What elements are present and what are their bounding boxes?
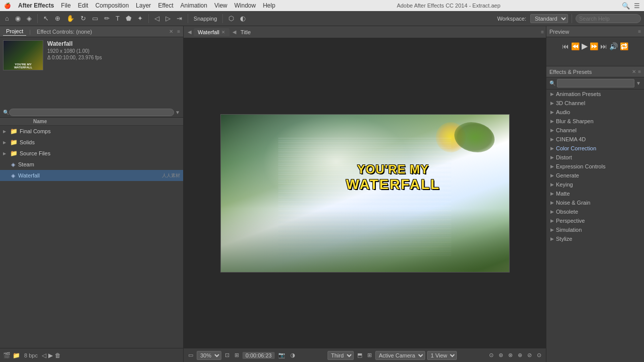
comp-tab-close[interactable]: ✕ (221, 30, 225, 35)
toolbar-arrow-left[interactable]: ◁ (152, 14, 162, 23)
effects-category-blur-sharpen[interactable]: ▶ Blur & Sharpen (546, 117, 644, 126)
viewer-misc1[interactable]: ⊙ (488, 351, 495, 359)
stereo-btn[interactable]: ⬒ (356, 351, 364, 359)
list-item[interactable]: ▶ ◈ Steam (0, 159, 183, 170)
effects-category-expression-controls[interactable]: ▶ Expression Controls (546, 162, 644, 171)
effects-category-animation-presets[interactable]: ▶ Animation Presets (546, 89, 644, 99)
effects-category-matte[interactable]: ▶ Matte (546, 189, 644, 198)
time-display[interactable]: 0:00:06:23 (243, 352, 275, 359)
toolbar-puppet[interactable]: ✦ (135, 14, 145, 23)
new-comp-btn[interactable]: 🎬 (3, 352, 11, 359)
workspace-select[interactable]: Standard (530, 14, 568, 23)
comp-title-tab[interactable]: Title (240, 29, 251, 35)
prev-last-btn[interactable]: ⏭ (600, 42, 607, 50)
effect-controls-tab[interactable]: Effect Controls: (none) (34, 28, 95, 36)
effects-category-generate[interactable]: ▶ Generate (546, 171, 644, 180)
toolbar-arrow-right[interactable]: ▷ (164, 14, 173, 23)
effects-category-stylize[interactable]: ▶ Stylize (546, 234, 644, 243)
effects-category-cinema4d[interactable]: ▶ CINEMA 4D (546, 135, 644, 144)
list-item[interactable]: ▶ 📁 Final Comps (0, 126, 183, 137)
prev-first-btn[interactable]: ⏮ (562, 42, 569, 50)
fit-btn[interactable]: ⊡ (223, 351, 231, 359)
prev-next-btn[interactable]: ⏩ (590, 42, 598, 50)
effects-category-3d-channel[interactable]: ▶ 3D Channel (546, 99, 644, 108)
prev-prev-btn[interactable]: ⏪ (571, 42, 580, 50)
preview-panel-menu[interactable]: ≡ (638, 29, 641, 34)
toolbar-hand[interactable]: ✋ (64, 14, 76, 23)
interpret-btn[interactable]: ◁ (42, 352, 46, 359)
effects-category-color-correction[interactable]: ▶ Color Correction (546, 144, 644, 153)
toolbar-rect[interactable]: ▭ (90, 14, 100, 23)
menu-help[interactable]: Help (263, 2, 275, 9)
viewer-misc3[interactable]: ⊗ (507, 351, 514, 359)
apple-menu[interactable]: 🍎 (4, 3, 11, 9)
help-search-input[interactable] (576, 14, 641, 23)
camera-select[interactable]: Third (328, 351, 354, 360)
comp-nav-arrow[interactable]: ◀ (232, 29, 236, 35)
menu-animation[interactable]: Animation (181, 2, 207, 9)
toolbar-zoom[interactable]: ⊕ (53, 14, 62, 23)
prev-audio-btn[interactable]: 🔊 (609, 42, 618, 50)
menu-file[interactable]: File (61, 2, 70, 9)
toolbar-misc2[interactable]: ◐ (238, 14, 248, 23)
list-item[interactable]: ▶ ◈ Waterfall 人人素材 (0, 170, 183, 181)
toolbar-move[interactable]: ⇥ (175, 14, 184, 23)
project-panel-close[interactable]: ✕ (169, 29, 173, 34)
toolbar-save[interactable]: ◈ (25, 14, 34, 23)
active-camera-select[interactable]: Active Camera (375, 351, 425, 360)
list-item[interactable]: ▶ 📁 Solids (0, 137, 183, 148)
comp-tab-left[interactable]: ◀ (188, 29, 192, 35)
effects-category-obsolete[interactable]: ▶ Obsolete (546, 207, 644, 216)
prev-loop-btn[interactable]: 🔁 (620, 42, 628, 50)
toolbar-brush[interactable]: ⬟ (124, 14, 133, 23)
viewer-misc4[interactable]: ⊕ (516, 351, 524, 359)
effects-category-audio[interactable]: ▶ Audio (546, 108, 644, 117)
forward-btn[interactable]: ▶ (48, 352, 53, 359)
menu-edit[interactable]: Edit (78, 2, 89, 9)
search-dropdown-icon[interactable]: ▼ (175, 110, 180, 115)
region-btn[interactable]: ▭ (187, 351, 195, 359)
effects-panel-menu[interactable]: ≡ (638, 69, 641, 74)
effects-search-input[interactable] (557, 79, 634, 87)
toolbar-pen[interactable]: ✏ (102, 14, 112, 23)
prev-play-btn[interactable]: ▶ (582, 41, 588, 51)
delete-btn[interactable]: 🗑 (55, 352, 61, 359)
effects-category-keying[interactable]: ▶ Keying (546, 180, 644, 189)
effects-search-dropdown[interactable]: ▼ (636, 80, 641, 86)
comp-tab-waterfall[interactable]: Waterfall ✕ (194, 28, 229, 36)
effects-category-noise-grain[interactable]: ▶ Noise & Grain (546, 198, 644, 207)
toolbar-text[interactable]: T (114, 14, 122, 23)
comp-name[interactable]: Waterfall (47, 40, 102, 47)
effects-category-simulation[interactable]: ▶ Simulation (546, 225, 644, 234)
viewer-misc5[interactable]: ⊘ (526, 351, 533, 359)
viewer-misc6[interactable]: ⊙ (535, 351, 543, 359)
toolbar-home[interactable]: ⌂ (3, 14, 11, 23)
toolbar-misc1[interactable]: ⬡ (226, 14, 236, 23)
menu-layer[interactable]: Layer (136, 2, 151, 9)
project-panel-menu[interactable]: ≡ (177, 29, 180, 34)
new-folder-btn[interactable]: 📁 (13, 352, 20, 359)
zoom-select[interactable]: 30% (197, 351, 221, 360)
comp-panel-menu[interactable]: ≡ (541, 29, 544, 35)
camera-btn[interactable]: 📷 (277, 351, 287, 359)
view-count-select[interactable]: 1 View (427, 351, 457, 360)
toolbar-select[interactable]: ↖ (41, 14, 51, 23)
toolbar-open[interactable]: ◉ (13, 14, 23, 23)
bitdepth-label[interactable]: 8 bpc (24, 352, 38, 358)
effects-category-perspective[interactable]: ▶ Perspective (546, 216, 644, 225)
composition-viewer[interactable]: YOU'RE MY WATERFALL (184, 38, 546, 348)
effects-panel-close[interactable]: ✕ (632, 69, 636, 74)
menu-effect[interactable]: Effect (158, 2, 173, 9)
project-search-input[interactable] (9, 109, 174, 116)
menu-view[interactable]: View (214, 2, 227, 9)
color-btn[interactable]: ◑ (289, 351, 297, 359)
grid-btn[interactable]: ⊞ (366, 351, 373, 359)
viewer-misc2[interactable]: ⊛ (497, 351, 505, 359)
list-item[interactable]: ▶ 📁 Source Files (0, 148, 183, 159)
menu-composition[interactable]: Composition (95, 2, 129, 9)
toolbar-rotate[interactable]: ↻ (78, 14, 88, 23)
project-tab[interactable]: Project (3, 27, 26, 36)
menu-window[interactable]: Window (234, 2, 256, 9)
safe-zones-btn[interactable]: ⊞ (233, 351, 240, 359)
effects-category-distort[interactable]: ▶ Distort (546, 153, 644, 162)
